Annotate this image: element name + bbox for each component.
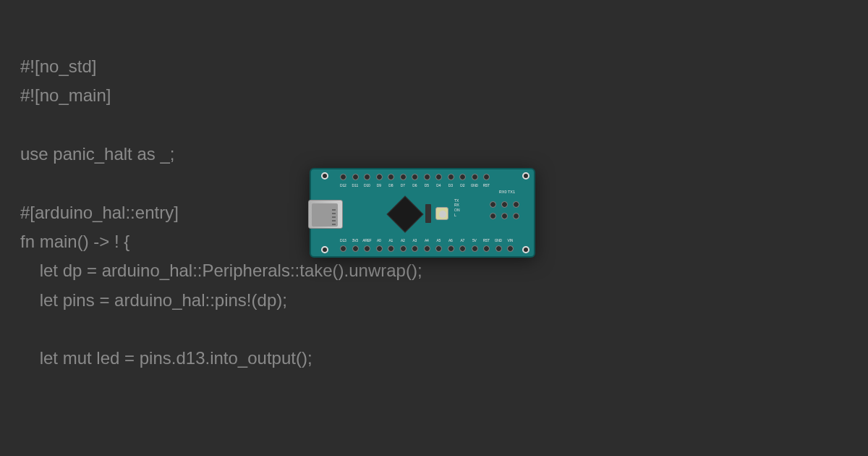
pin-icon[interactable] (483, 174, 490, 180)
pin-label: GND (494, 238, 503, 242)
mounting-hole-icon (321, 246, 328, 253)
icsp-pin-icon[interactable] (501, 201, 508, 208)
pcb: D12 D11 D10 D9 D8 D7 D6 D5 D4 D3 D2 GND … (310, 168, 535, 258)
pin-icon[interactable] (364, 174, 370, 180)
pin-label: VIN (506, 238, 515, 242)
pin-icon[interactable] (435, 245, 442, 252)
pin-label: 5V (470, 238, 480, 242)
pin-icon[interactable] (459, 245, 466, 252)
bottom-pin-labels: D13 3V3 AREF A0 A1 A2 A3 A4 A5 A6 A7 5V … (339, 238, 515, 242)
pin-label: D4 (434, 183, 443, 187)
code-line: let dp = arduino_hal::Peripherals::take(… (20, 261, 422, 280)
mounting-hole-icon (522, 172, 529, 180)
pin-icon[interactable] (340, 245, 346, 252)
pin-label: A0 (375, 238, 384, 242)
pin-icon[interactable] (472, 245, 478, 252)
rx-tx-label: RX0 TX1 (499, 190, 515, 194)
mounting-hole-icon (321, 172, 328, 180)
usb-connector-icon (308, 200, 343, 229)
pin-icon[interactable] (376, 174, 383, 180)
pin-label: GND (470, 183, 480, 187)
pin-icon[interactable] (483, 245, 490, 252)
icsp-pin-icon[interactable] (513, 213, 519, 219)
pin-icon[interactable] (340, 174, 346, 180)
pin-label: AREF (362, 238, 372, 242)
led-label: ON (454, 208, 464, 212)
bottom-pin-row (340, 245, 514, 252)
pin-icon[interactable] (507, 245, 514, 252)
pin-icon[interactable] (400, 245, 407, 252)
pin-icon[interactable] (352, 245, 359, 252)
icsp-pin-icon[interactable] (501, 213, 508, 219)
led-label: TX RX (454, 198, 464, 207)
pin-label: D6 (410, 183, 420, 187)
pin-label: A7 (458, 238, 467, 242)
pin-icon[interactable] (435, 174, 442, 180)
regulator-chip-icon (425, 204, 431, 223)
icsp-header (490, 201, 519, 219)
code-line: #![no_std] (20, 56, 96, 76)
pin-label: A2 (399, 238, 408, 242)
icsp-pin-icon[interactable] (490, 201, 496, 208)
pin-icon[interactable] (388, 245, 394, 252)
icsp-pin-icon[interactable] (490, 213, 496, 219)
pin-label: D7 (399, 183, 408, 187)
pin-label: D3 (446, 183, 456, 187)
pin-label: RST (482, 238, 491, 242)
code-line: let mut led = pins.d13.into_output(); (20, 348, 312, 368)
arduino-nano-board[interactable]: D12 D11 D10 D9 D8 D7 D6 D5 D4 D3 D2 GND … (310, 168, 535, 258)
pin-icon[interactable] (448, 174, 454, 180)
top-pin-labels: D12 D11 D10 D9 D8 D7 D6 D5 D4 D3 D2 GND … (339, 183, 491, 187)
code-line: #[arduino_hal::entry] (20, 203, 179, 222)
pin-icon[interactable] (472, 174, 478, 180)
pin-label: A6 (446, 238, 456, 242)
code-line: #![no_main] (20, 85, 111, 105)
pin-label: D2 (458, 183, 467, 187)
pin-label: A1 (386, 238, 396, 242)
pin-icon[interactable] (364, 245, 370, 252)
pin-label: D13 (339, 238, 348, 242)
top-pin-row (340, 174, 490, 180)
pin-label: 3V3 (351, 238, 360, 242)
pin-icon[interactable] (495, 245, 502, 252)
pin-label: D11 (351, 183, 360, 187)
pin-icon[interactable] (412, 245, 418, 252)
code-line: fn main() -> ! { (20, 232, 129, 251)
status-leds: TX RX ON L (454, 198, 464, 217)
pin-label: A3 (410, 238, 420, 242)
pin-label: RST (482, 183, 491, 187)
pin-label: D10 (362, 183, 372, 187)
code-line: let pins = arduino_hal::pins!(dp); (20, 290, 287, 310)
pin-icon[interactable] (412, 174, 418, 180)
led-label: L (454, 213, 464, 217)
pin-label: D8 (386, 183, 396, 187)
pin-label: A4 (422, 238, 432, 242)
pin-icon[interactable] (352, 174, 359, 180)
pin-icon[interactable] (459, 174, 466, 180)
pin-label: D9 (375, 183, 384, 187)
icsp-pin-icon[interactable] (513, 201, 519, 208)
microcontroller-chip-icon (387, 196, 424, 233)
pin-label: D12 (339, 183, 348, 187)
code-line: use panic_halt as _; (20, 144, 174, 164)
reset-button[interactable] (435, 207, 448, 220)
pin-label: D5 (422, 183, 432, 187)
mounting-hole-icon (522, 246, 529, 253)
pin-icon[interactable] (424, 245, 430, 252)
pin-icon[interactable] (448, 245, 454, 252)
pin-icon[interactable] (376, 245, 383, 252)
pin-icon[interactable] (388, 174, 394, 180)
pin-icon[interactable] (400, 174, 407, 180)
pin-label: A5 (434, 238, 443, 242)
pin-icon[interactable] (424, 174, 430, 180)
